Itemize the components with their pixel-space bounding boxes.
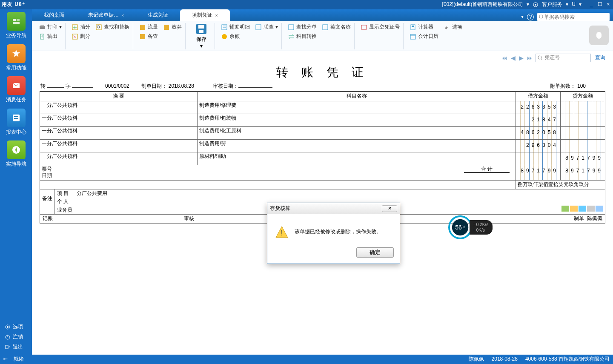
ribbon-output[interactable]: 输出	[39, 32, 62, 41]
warning-icon: !	[275, 225, 289, 239]
window-close-icon[interactable]: ×	[605, 1, 611, 8]
nav-common-label: 常用功能	[6, 65, 26, 71]
svg-rect-32	[164, 25, 169, 30]
network-speed-widget[interactable]: 56% ↑ 0.2K/s ↓ 0K/s	[448, 215, 499, 239]
remark-toolbar[interactable]	[559, 205, 605, 215]
account-label: [002](default)首钢凯西钢铁有限公司	[442, 1, 524, 8]
voucher-table: 摘 要 科目名称 借方金额 贷方金额 一分厂公共领料制造费用/修理费226335…	[40, 92, 605, 189]
status-bar: ⇤ 就绪 陈佩佩 2018-08-28 4006-600-588 首钢凯西钢铁有…	[0, 355, 613, 364]
nav-first-icon[interactable]: ⏮	[501, 54, 508, 62]
nav-report[interactable]: 报表中心	[3, 109, 29, 136]
ribbon-print[interactable]: 打印 ▾	[39, 23, 62, 32]
tab-unbooked[interactable]: 未记账单据…	[76, 9, 136, 21]
help-icon[interactable]: ?	[527, 14, 534, 20]
query-button[interactable]: 查询	[595, 54, 605, 61]
svg-rect-30	[140, 25, 145, 30]
table-row[interactable]: 一分厂公共领料原材料/辅助8971799	[40, 152, 605, 165]
ribbon-option[interactable]: 选项	[444, 23, 462, 32]
nav-message[interactable]: 消息任务	[3, 76, 29, 103]
table-row[interactable]: 一分厂公共领料制造费用/修理费2263353	[40, 101, 605, 114]
ribbon-calendar[interactable]: 会计日历	[410, 32, 438, 41]
nav-business[interactable]: 业务导航	[3, 12, 29, 39]
svg-rect-44	[411, 25, 415, 30]
ribbon-plugin-icon[interactable]	[589, 26, 609, 45]
nav-prev-icon[interactable]: ◀	[510, 54, 516, 62]
svg-point-49	[538, 56, 541, 59]
nav-last-icon[interactable]: ⏭	[526, 54, 534, 62]
u-caret[interactable]: ▾	[579, 1, 581, 8]
u-icon[interactable]: U	[572, 1, 576, 8]
svg-rect-2	[13, 19, 16, 21]
nav-common[interactable]: 常用功能	[3, 44, 29, 72]
svg-point-1	[535, 4, 536, 6]
ribbon-find-split[interactable]: 查找分单	[288, 23, 317, 32]
ribbon-calc[interactable]: 计算器	[410, 23, 438, 32]
ribbon-delete[interactable]: 删分	[72, 32, 90, 41]
tab-voucher[interactable]: 填制凭证	[180, 9, 229, 21]
table-row[interactable]: 一分厂公共领料制造费用/化工原料4862058	[40, 126, 605, 139]
col-debit: 借方金额	[516, 92, 561, 101]
ribbon-show-empty[interactable]: 显示空凭证号	[361, 23, 400, 32]
ribbon-balance[interactable]: 余额	[221, 32, 250, 41]
remark-project: 一分厂公共费用	[72, 190, 107, 196]
foot-exit[interactable]: 退出	[0, 342, 32, 352]
foot-options[interactable]: 选项	[0, 322, 32, 332]
ribbon-save[interactable]: 保存 ▾	[192, 23, 211, 49]
total-debit: 8971799	[521, 168, 559, 175]
attach-count[interactable]: 100	[576, 83, 593, 90]
svg-rect-34	[198, 25, 204, 29]
window-min-icon[interactable]: _	[588, 1, 594, 8]
foot-logout[interactable]: 注销	[0, 332, 32, 342]
barcode-search[interactable]	[537, 13, 610, 21]
window-max-icon[interactable]: ☐	[597, 1, 603, 8]
svg-rect-41	[289, 25, 294, 30]
ribbon-flow[interactable]: 流量	[139, 23, 158, 32]
ribbon-discard[interactable]: 放弃	[163, 23, 182, 32]
nav-next-icon[interactable]: ▶	[518, 54, 524, 62]
ribbon-aux[interactable]: 辅助明细	[221, 23, 250, 32]
table-row[interactable]: 一分厂公共领料制造费用/劳296304	[40, 139, 605, 152]
svg-line-18	[542, 18, 544, 19]
tab-generate[interactable]: 生成凭证	[136, 9, 180, 21]
error-dialog: 存货核算 ✕ ! 该单据已经被修改或删除，操作失败。 确定	[267, 203, 400, 264]
nav-guide[interactable]: 实施导航	[3, 140, 29, 168]
voucher-title: 转 账 凭 证	[40, 64, 605, 80]
svg-rect-31	[140, 34, 145, 39]
nav-message-label: 消息任务	[6, 97, 26, 103]
delete-row-icon	[72, 33, 78, 40]
status-hotline: 4006-600-588 首钢凯西钢铁有限公司	[525, 356, 610, 363]
ribbon-linked[interactable]: 联查 ▾	[255, 23, 278, 32]
svg-marker-5	[12, 50, 20, 57]
detail-icon	[221, 24, 228, 31]
col-subject: 科目名称	[198, 92, 516, 101]
account-caret[interactable]: ▾	[527, 1, 529, 8]
ribbon-english[interactable]: 英文名称	[322, 23, 351, 32]
ribbon-subject[interactable]: 科目转换	[288, 32, 317, 41]
link-icon	[255, 24, 262, 31]
service-caret[interactable]: ▾	[566, 1, 568, 8]
flow-icon	[139, 24, 146, 31]
dialog-ok-button[interactable]: 确定	[356, 247, 394, 258]
speed-down: 0K/s	[476, 228, 485, 232]
table-row[interactable]: 一分厂公共领料制造费用/包装物21847	[40, 114, 605, 126]
svg-rect-43	[361, 25, 367, 29]
ribbon-bak[interactable]: 备查	[139, 32, 158, 41]
search-icon	[539, 14, 544, 20]
printer-icon	[39, 24, 46, 31]
ribbon-find-replace[interactable]: 查找和替换	[95, 23, 129, 32]
dialog-close-icon[interactable]: ✕	[382, 205, 397, 212]
svg-rect-16	[6, 345, 8, 349]
signer-book: 记账	[40, 215, 181, 223]
tab-desktop[interactable]: 我的桌面	[32, 9, 76, 21]
service-label[interactable]: 客户服务	[542, 1, 562, 8]
svg-rect-42	[323, 25, 328, 30]
svg-rect-4	[13, 22, 20, 24]
ribbon-insert[interactable]: 插分	[72, 23, 90, 32]
voucher-no-input[interactable]: 凭证号	[536, 54, 591, 62]
svg-rect-40	[256, 25, 261, 30]
barcode-search-input[interactable]	[544, 14, 608, 20]
calendar-icon	[410, 33, 416, 40]
nav-guide-label: 实施导航	[6, 161, 26, 167]
collapse-icon[interactable]: ⇤	[3, 356, 8, 363]
tabs-caret[interactable]: ▾	[521, 14, 524, 20]
